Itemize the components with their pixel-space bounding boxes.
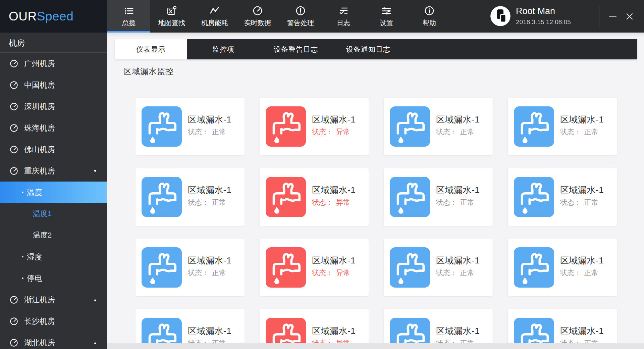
tab-label: 监控项 [212,45,234,54]
topnav-item-settings[interactable]: 设置 [365,0,408,33]
gauge-icon [9,295,18,304]
sidebar-item[interactable]: 温度1 [0,203,107,225]
sidebar-item-label: 长沙机房 [24,316,55,327]
device-card[interactable]: 区域漏水-1 状态：正常 [136,239,245,296]
faucet-icon [266,106,306,147]
device-card[interactable]: 区域漏水-1 状态：正常 [508,239,617,296]
sidebar-item-label: 深圳机房 [24,101,55,112]
sidebar-item-label: 湖北机房 [24,338,55,348]
topnav-label: 警告处理 [287,18,314,28]
gauge-icon [9,338,18,347]
close-button[interactable] [621,0,638,33]
sidebar-item-label: 停电 [27,273,42,284]
device-card-title: 区域漏水-1 [312,325,356,337]
device-card[interactable]: 区域漏水-1 状态：正常 [384,239,493,296]
sidebar-item-label: 中国机房 [24,80,55,90]
device-card-title: 区域漏水-1 [560,184,604,196]
faucet-icon [514,106,554,147]
device-card[interactable]: 区域漏水-1 状态：正常 [508,168,617,226]
topnav-label: 实时数据 [244,18,271,28]
tab[interactable]: 监控项 [187,39,260,59]
status-value: 异常 [336,128,350,136]
device-card-status: 状态：正常 [436,127,474,137]
sidebar-item-label: 佛山机房 [24,144,55,155]
faucet-icon [266,177,306,217]
expand-arrow-icon[interactable]: ▾ [94,168,96,173]
status-label: 状态： [188,198,209,206]
topbar: OURSpeed 总揽 地图查找 机房能耗 实时数据 警告处理 日志 设置 [0,0,644,33]
topnav-item-overview[interactable]: 总揽 [107,0,150,33]
user-datetime: 2018.3.15 12:08:05 [516,18,571,26]
status-label: 状态： [312,128,333,136]
sidebar-item[interactable]: 重庆机房 ▾ [0,160,107,182]
sidebar-item[interactable]: 温度2 [0,225,107,246]
device-card-status: 状态：正常 [436,268,474,278]
device-card-title: 区域漏水-1 [436,255,480,266]
sidebar-item-label: 广州机房 [24,58,55,69]
faucet-icon [390,177,430,217]
device-card[interactable]: 区域漏水-1 状态：异常 [260,168,369,226]
device-card-status: 状态：正常 [560,268,598,278]
device-card-title: 区域漏水-1 [560,255,604,266]
user-zone: Root Man 2018.3.15 12:08:05 [483,0,644,33]
app-logo: OURSpeed [9,9,73,23]
status-label: 状态： [436,269,457,277]
app-window: OURSpeed 总揽 地图查找 机房能耗 实时数据 警告处理 日志 设置 [0,0,644,349]
expand-arrow-icon[interactable]: ▴ [94,340,96,345]
topnav-item-map-search[interactable]: 地图查找 [150,0,193,33]
status-label: 状态： [436,198,457,206]
gauge-icon [252,5,263,16]
device-card[interactable]: 区域漏水-1 状态：正常 [384,168,493,226]
sidebar-item[interactable]: · 停电 [0,267,107,289]
sidebar-item-label: 重庆机房 [24,166,55,176]
info-icon [424,5,435,16]
sidebar-item[interactable]: 珠海机房 [0,117,107,139]
faucet-icon [514,177,554,217]
topnav-item-energy[interactable]: 机房能耗 [193,0,236,33]
main-content: 仪表显示 监控项 设备警告日志 设备通知日志 区域漏水监控 [107,33,644,349]
device-card[interactable]: 区域漏水-1 状态：正常 [136,168,245,226]
device-card-status: 状态：正常 [188,127,226,137]
device-card[interactable]: 区域漏水-1 状态：异常 [260,239,369,296]
avatar[interactable] [490,6,511,26]
status-label: 状态： [312,269,333,277]
map-pin-icon [166,5,177,16]
topnav-item-realtime[interactable]: 实时数据 [236,0,279,33]
topnav-item-logs[interactable]: 日志 [322,0,365,33]
status-value: 正常 [212,198,226,206]
status-value: 异常 [336,198,350,206]
sidebar-item[interactable]: 深圳机房 [0,96,107,117]
status-value: 正常 [212,128,226,136]
sidebar-header: 机房 [0,33,107,53]
sidebar-item[interactable]: 佛山机房 [0,139,107,160]
tab[interactable]: 设备警告日志 [260,39,332,59]
minimize-button[interactable] [604,0,621,33]
device-card[interactable]: 区域漏水-1 状态：正常 [508,98,617,155]
device-card[interactable]: 区域漏水-1 状态：正常 [136,98,245,155]
device-card-status: 状态：异常 [312,127,350,137]
sidebar-item[interactable]: 湖北机房 ▴ [0,332,107,349]
device-card[interactable]: 区域漏水-1 状态：异常 [260,98,369,155]
sidebar-item[interactable]: 浙江机房 ▴ [0,289,107,310]
tab-label: 设备警告日志 [274,45,318,54]
topnav-item-alerts[interactable]: 警告处理 [279,0,322,33]
section-title: 区域漏水监控 [123,66,174,77]
bottom-scroll-track[interactable] [107,343,644,349]
device-card-title: 区域漏水-1 [188,184,231,196]
device-card[interactable]: 区域漏水-1 状态：正常 [384,98,493,155]
sidebar-item-label: 温度1 [33,209,52,219]
expand-arrow-icon[interactable]: ▴ [94,297,96,302]
topnav-label: 设置 [380,18,393,28]
user-name[interactable]: Root Man [516,6,555,16]
tab[interactable]: 设备通知日志 [332,39,405,59]
faucet-icon [266,247,306,288]
sidebar-item[interactable]: 中国机房 [0,74,107,96]
tab[interactable]: 仪表显示 [115,39,187,59]
sidebar-item[interactable]: · 温度 [0,182,107,203]
sidebar-item[interactable]: 广州机房 [0,53,107,74]
topbar-divider [599,5,599,27]
sidebar-item[interactable]: 长沙机房 [0,310,107,332]
sidebar-item-label: 温度 [27,187,42,198]
topnav-item-help[interactable]: 帮助 [408,0,451,33]
sidebar-item[interactable]: · 湿度 [0,246,107,267]
